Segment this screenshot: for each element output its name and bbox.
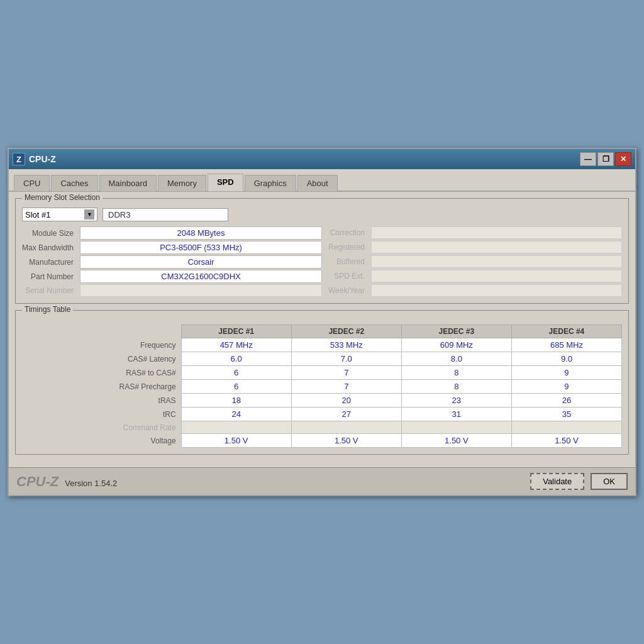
dropdown-arrow-icon: ▼ [84, 209, 94, 219]
timings-cell-5-2: 31 [401, 408, 511, 421]
memory-slot-group-title: Memory Slot Selection [22, 193, 103, 202]
timings-row-label-1: CAS# Latency [22, 352, 181, 366]
week-year-label: Week/Year [328, 286, 367, 295]
timings-cell-4-2: 23 [401, 394, 511, 408]
timings-cell-5-0: 24 [181, 408, 291, 421]
timings-cell-4-1: 20 [291, 394, 401, 408]
timings-cell-7-0: 1.50 V [181, 434, 291, 448]
timings-group: Timings Table JEDEC #1 JEDEC #2 JEDEC #3… [15, 310, 629, 455]
slot-dropdown-text: Slot #1 [25, 210, 84, 219]
title-buttons: — ❐ ✕ [580, 152, 631, 166]
timings-cell-6-1 [291, 421, 401, 434]
tab-about[interactable]: About [297, 175, 338, 191]
timings-col-header-empty [22, 325, 181, 338]
timings-cell-6-3 [511, 421, 621, 434]
memory-slot-group: Memory Slot Selection Slot #1 ▼ DDR3 Mod… [15, 198, 629, 304]
timings-cell-6-2 [401, 421, 511, 434]
timings-cell-7-1: 1.50 V [291, 434, 401, 448]
info-grid: Module Size 2048 MBytes Max Bandwidth PC… [22, 226, 622, 297]
timings-cell-0-0: 457 MHz [181, 338, 291, 352]
timings-cell-1-0: 6.0 [181, 352, 291, 366]
timings-cell-2-3: 9 [511, 366, 621, 380]
spd-ext-value [371, 270, 622, 282]
timings-col-jedec3: JEDEC #3 [401, 325, 511, 338]
tab-caches[interactable]: Caches [51, 175, 97, 191]
part-number-label: Part Number [22, 272, 76, 281]
timings-cell-0-2: 609 MHz [401, 338, 511, 352]
timings-row-label-0: Frequency [22, 338, 181, 352]
timings-cell-1-3: 9.0 [511, 352, 621, 366]
tab-graphics[interactable]: Graphics [245, 175, 296, 191]
slot-row: Slot #1 ▼ DDR3 [22, 208, 622, 221]
footer-logo: CPU-Z [16, 474, 58, 490]
timings-cell-3-1: 7 [291, 380, 401, 394]
footer-version: Version 1.54.2 [65, 479, 117, 488]
max-bandwidth-value: PC3-8500F (533 MHz) [80, 241, 322, 254]
app-title: CPU-Z [29, 154, 56, 164]
footer-left: CPU-Z Version 1.54.2 [16, 474, 117, 490]
timings-cell-3-2: 8 [401, 380, 511, 394]
timings-cell-2-0: 6 [181, 366, 291, 380]
timings-cell-4-3: 26 [511, 394, 621, 408]
timings-col-jedec4: JEDEC #4 [511, 325, 621, 338]
timings-cell-3-0: 6 [181, 380, 291, 394]
timings-cell-0-1: 533 MHz [291, 338, 401, 352]
registered-value [371, 241, 622, 253]
serial-number-value [80, 284, 322, 297]
timings-col-jedec1: JEDEC #1 [181, 325, 291, 338]
timings-cell-7-3: 1.50 V [511, 434, 621, 448]
tab-cpu[interactable]: CPU [14, 175, 50, 191]
title-bar: Z CPU-Z — ❐ ✕ [9, 149, 635, 169]
timings-cell-6-0 [181, 421, 291, 434]
timings-row-label-2: RAS# to CAS# [22, 366, 181, 380]
timings-cell-3-3: 9 [511, 380, 621, 394]
module-size-label: Module Size [22, 229, 76, 238]
week-year-value [371, 284, 622, 297]
tab-spd[interactable]: SPD [208, 174, 243, 191]
module-size-value: 2048 MBytes [80, 226, 322, 240]
footer-buttons: Validate OK [530, 473, 628, 490]
timings-cell-0-3: 685 MHz [511, 338, 621, 352]
max-bandwidth-label: Max Bandwidth [22, 243, 76, 252]
timings-row-label-4: tRAS [22, 394, 181, 408]
validate-button[interactable]: Validate [530, 473, 584, 490]
memory-type-field: DDR3 [103, 208, 228, 221]
tab-bar: CPU Caches Mainboard Memory SPD Graphics… [9, 169, 635, 192]
manufacturer-label: Manufacturer [22, 258, 76, 267]
close-button[interactable]: ✕ [615, 152, 631, 166]
content-area: Memory Slot Selection Slot #1 ▼ DDR3 Mod… [9, 192, 635, 467]
timings-group-title: Timings Table [22, 305, 73, 314]
maximize-button[interactable]: ❐ [597, 152, 614, 166]
main-window: Z CPU-Z — ❐ ✕ CPU Caches Mainboard Memor… [8, 148, 636, 496]
timings-cell-1-1: 7.0 [291, 352, 401, 366]
timings-cell-7-2: 1.50 V [401, 434, 511, 448]
timings-cell-4-0: 18 [181, 394, 291, 408]
correction-label: Correction [328, 228, 367, 237]
serial-number-label: Serial Number [22, 286, 76, 295]
info-right-col: Correction Registered Buffered SPD Ext. … [328, 226, 622, 297]
timings-row-label-7: Voltage [22, 434, 181, 448]
buffered-value [371, 255, 622, 268]
timings-row-label-3: RAS# Precharge [22, 380, 181, 394]
tab-memory[interactable]: Memory [158, 175, 206, 191]
buffered-label: Buffered [328, 257, 367, 266]
slot-dropdown[interactable]: Slot #1 ▼ [22, 208, 97, 221]
timings-row-label-6: Command Rate [22, 421, 181, 434]
timings-col-jedec2: JEDEC #2 [291, 325, 401, 338]
tab-mainboard[interactable]: Mainboard [99, 175, 157, 191]
timings-cell-5-3: 35 [511, 408, 621, 421]
manufacturer-value: Corsair [80, 255, 322, 269]
timings-table: JEDEC #1 JEDEC #2 JEDEC #3 JEDEC #4 Freq… [22, 325, 622, 448]
part-number-value: CM3X2G1600C9DHX [80, 270, 322, 283]
minimize-button[interactable]: — [580, 152, 596, 166]
timings-cell-5-1: 27 [291, 408, 401, 421]
correction-value [371, 226, 622, 239]
ok-button[interactable]: OK [591, 473, 628, 490]
timings-cell-1-2: 8.0 [401, 352, 511, 366]
info-left-col: Module Size 2048 MBytes Max Bandwidth PC… [22, 226, 322, 297]
footer: CPU-Z Version 1.54.2 Validate OK [9, 467, 635, 495]
title-bar-left: Z CPU-Z [13, 153, 56, 165]
registered-label: Registered [328, 243, 367, 252]
timings-cell-2-1: 7 [291, 366, 401, 380]
timings-row-label-5: tRC [22, 408, 181, 421]
